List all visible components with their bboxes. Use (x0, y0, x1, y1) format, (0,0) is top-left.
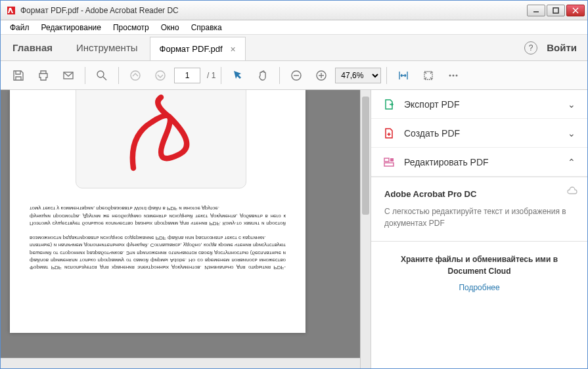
tool-create-pdf[interactable]: Создать PDF ⌄ (371, 119, 587, 148)
pdf-page: Формат PDF используется для хранения эле… (10, 90, 305, 333)
vertical-scrollbar[interactable] (360, 90, 371, 368)
close-button[interactable] (566, 5, 585, 16)
app-icon (6, 5, 16, 16)
tab-document-label: Формат PDF.pdf (160, 44, 223, 54)
zoom-select[interactable]: 47,6% (335, 68, 381, 83)
window-title: Формат PDF.pdf - Adobe Acrobat Reader DC (20, 6, 527, 15)
chevron-down-icon: ⌄ (568, 99, 576, 110)
export-pdf-icon (383, 98, 395, 110)
help-icon[interactable]: ? (524, 41, 537, 54)
zoom-in-icon[interactable] (310, 64, 332, 87)
promo-text: С легкостью редактируйте текст и изображ… (384, 206, 574, 229)
svg-line-6 (103, 77, 106, 80)
menu-file[interactable]: Файл (5, 22, 35, 33)
page-number-input[interactable] (174, 68, 200, 83)
tab-close-icon[interactable]: × (231, 44, 236, 54)
fit-width-icon[interactable] (392, 64, 415, 87)
svg-point-17 (456, 74, 458, 76)
create-pdf-icon (383, 127, 395, 139)
svg-rect-1 (553, 8, 558, 13)
menu-bar: Файл Редактирование Просмотр Окно Справк… (1, 20, 587, 35)
selection-tool-icon[interactable] (227, 64, 249, 87)
tab-tools[interactable]: Инструменты (64, 35, 150, 60)
svg-point-16 (453, 74, 455, 76)
svg-point-8 (156, 71, 165, 80)
print-icon[interactable] (32, 64, 55, 87)
tools-panel: Экспорт PDF ⌄ Создать PDF ⌄ Редактироват… (371, 90, 587, 368)
svg-point-7 (131, 71, 140, 80)
email-icon[interactable] (57, 64, 79, 87)
more-tools-icon[interactable] (442, 64, 464, 87)
cloud-promo: Храните файлы и обменивайтесь ими в Docu… (371, 241, 587, 305)
tool-create-label: Создать PDF (404, 128, 460, 139)
document-pane[interactable]: Формат PDF используется для хранения эле… (1, 90, 371, 368)
login-button[interactable]: Войти (547, 42, 577, 53)
edit-pdf-icon (383, 156, 395, 168)
adobe-logo-box (76, 90, 246, 188)
tool-edit-pdf[interactable]: Редактировать PDF ⌃ (371, 148, 587, 177)
svg-rect-20 (390, 158, 394, 162)
zoom-out-icon[interactable] (285, 64, 307, 87)
promo-title: Adobe Acrobat Pro DC (384, 189, 574, 199)
title-bar[interactable]: Формат PDF.pdf - Adobe Acrobat Reader DC (1, 1, 587, 20)
save-icon[interactable] (7, 64, 30, 87)
maximize-button[interactable] (547, 5, 565, 16)
svg-rect-19 (384, 163, 394, 166)
hand-tool-icon[interactable] (252, 64, 274, 87)
scroll-thumb[interactable] (362, 97, 369, 215)
fit-page-icon[interactable] (417, 64, 440, 87)
document-text: Формат PDF используется для хранения эле… (30, 205, 286, 271)
mode-row: Главная Инструменты Формат PDF.pdf × ? В… (1, 35, 587, 61)
page-up-icon[interactable] (124, 64, 147, 87)
chevron-up-icon: ⌃ (568, 157, 576, 167)
chevron-down-icon: ⌄ (568, 128, 576, 139)
promo-section: Adobe Acrobat Pro DC С легкостью редакти… (371, 177, 587, 241)
svg-point-5 (97, 71, 104, 77)
menu-window[interactable]: Окно (156, 22, 185, 33)
page-total: / 1 (207, 71, 215, 80)
horizontal-scrollbar[interactable] (1, 358, 360, 368)
menu-help[interactable]: Справка (186, 22, 227, 33)
tab-document[interactable]: Формат PDF.pdf × (150, 37, 246, 60)
search-icon[interactable] (91, 64, 113, 87)
toolbar: / 1 47,6% (1, 61, 587, 90)
menu-view[interactable]: Просмотр (108, 22, 154, 33)
menu-edit[interactable]: Редактирование (36, 22, 106, 33)
svg-rect-18 (384, 158, 389, 162)
tool-edit-label: Редактировать PDF (404, 157, 489, 167)
cloud-promo-title: Храните файлы и обменивайтесь ими в Docu… (384, 253, 574, 277)
tab-home[interactable]: Главная (1, 35, 64, 60)
minimize-button[interactable] (527, 5, 545, 16)
page-down-icon[interactable] (149, 64, 171, 87)
cloud-icon (566, 186, 578, 198)
cloud-promo-link[interactable]: Подробнее (459, 283, 499, 292)
tool-export-label: Экспорт PDF (404, 99, 460, 110)
tool-export-pdf[interactable]: Экспорт PDF ⌄ (371, 90, 587, 119)
svg-point-15 (449, 74, 451, 76)
